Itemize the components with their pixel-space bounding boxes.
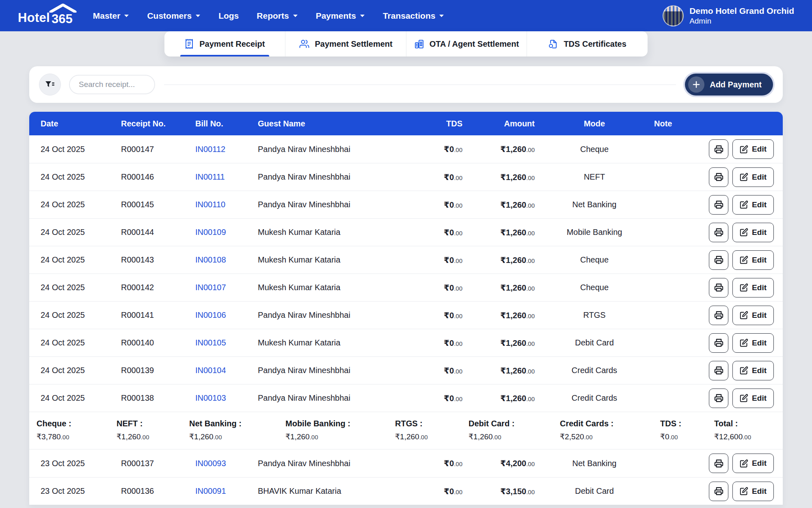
print-button[interactable] — [709, 139, 728, 159]
bill-no-link[interactable]: IN00093 — [195, 459, 226, 468]
summary-item: RTGS : ₹1,260.00 — [395, 419, 469, 441]
cell-mode: Debit Card — [536, 338, 653, 347]
cell-date: 24 Oct 2025 — [29, 310, 121, 320]
bill-no-link[interactable]: IN00091 — [195, 486, 226, 495]
cell-tds: ₹0.00 — [419, 338, 465, 348]
user-name: Demo Hotel Grand Orchid — [689, 6, 794, 16]
summary-value: ₹1,260.00 — [189, 432, 285, 441]
cell-amount: ₹4,200.00 — [465, 458, 536, 468]
summary-item: Total : ₹12,600.00 — [714, 419, 783, 441]
cell-amount: ₹1,260.00 — [465, 172, 536, 182]
summary-label: Total : — [714, 419, 783, 428]
bill-no-link[interactable]: IN00111 — [195, 172, 225, 181]
bill-no-link[interactable]: IN00106 — [195, 310, 226, 319]
summary-label: Net Banking : — [189, 419, 285, 428]
cell-guest-name: Pandya Nirav Mineshbhai — [258, 459, 419, 468]
nav-item-master[interactable]: Master — [93, 11, 130, 21]
cell-mode: Cheque — [536, 145, 653, 154]
cell-receipt-no: R000147 — [121, 145, 195, 154]
cell-receipt-no: R000138 — [121, 393, 195, 403]
cell-amount: ₹1,260.00 — [465, 283, 536, 293]
printer-icon — [714, 486, 723, 496]
bill-no-link[interactable]: IN00103 — [195, 393, 226, 402]
print-button[interactable] — [709, 278, 728, 297]
bill-no-link[interactable]: IN00104 — [195, 366, 226, 375]
cell-guest-name: Mukesh Kumar Kataria — [258, 338, 419, 347]
printer-icon — [714, 393, 723, 403]
print-button[interactable] — [709, 223, 728, 242]
cell-guest-name: Mukesh Kumar Kataria — [258, 228, 419, 237]
print-button[interactable] — [709, 482, 728, 501]
summary-value: ₹0.00 — [660, 432, 714, 441]
user-role: Admin — [689, 16, 794, 26]
table-row: 24 Oct 2025 R000138 IN00103 Pandya Nirav… — [29, 384, 783, 412]
edit-button[interactable]: Edit — [732, 278, 774, 297]
brand-logo[interactable]: Hotel 365 — [18, 6, 73, 25]
nav-item-reports[interactable]: Reports — [257, 11, 298, 21]
cell-receipt-no: R000141 — [121, 310, 195, 320]
col-header-receipt: Receipt No. — [121, 119, 195, 128]
tab-payment-settlement[interactable]: Payment Settlement — [285, 31, 406, 56]
nav-item-transactions[interactable]: Transactions — [383, 11, 445, 21]
cell-date: 24 Oct 2025 — [29, 145, 121, 154]
summary-label: Credit Cards : — [560, 419, 660, 428]
active-tab-underline — [180, 55, 270, 56]
print-button[interactable] — [709, 333, 728, 353]
table-row: 23 Oct 2025 R000137 IN00093 Pandya Nirav… — [29, 449, 783, 477]
print-button[interactable] — [709, 306, 728, 325]
summary-label: Mobile Banking : — [285, 419, 395, 428]
summary-item: TDS : ₹0.00 — [660, 419, 714, 441]
cell-date: 24 Oct 2025 — [29, 366, 121, 375]
cell-date: 24 Oct 2025 — [29, 338, 121, 347]
filter-button[interactable] — [39, 74, 61, 96]
search-input[interactable] — [69, 75, 155, 94]
certificate-icon — [548, 39, 558, 49]
bill-no-link[interactable]: IN00110 — [195, 200, 225, 209]
bill-no-link[interactable]: IN00109 — [195, 228, 226, 237]
cell-guest-name: Pandya Nirav Mineshbhai — [258, 172, 419, 182]
col-header-mode: Mode — [536, 119, 653, 128]
edit-button[interactable]: Edit — [732, 306, 774, 325]
edit-button[interactable]: Edit — [732, 454, 774, 473]
edit-button[interactable]: Edit — [732, 223, 774, 242]
nav-item-payments[interactable]: Payments — [316, 11, 365, 21]
edit-button[interactable]: Edit — [732, 482, 774, 501]
cell-date: 24 Oct 2025 — [29, 228, 121, 237]
print-button[interactable] — [709, 250, 728, 270]
bill-no-link[interactable]: IN00108 — [195, 255, 226, 264]
summary-item: Debit Card : ₹1,260.00 — [469, 419, 560, 441]
tab-payment-receipt[interactable]: Payment Receipt — [164, 31, 285, 56]
add-payment-button[interactable]: Add Payment — [685, 74, 773, 96]
tab-ota-agent-settlement[interactable]: OTA / Agent Settlement — [406, 31, 527, 56]
edit-button[interactable]: Edit — [732, 250, 774, 270]
edit-button[interactable]: Edit — [732, 389, 774, 408]
cell-tds: ₹0.00 — [419, 283, 465, 293]
print-button[interactable] — [709, 195, 728, 215]
tab-tds-certificates[interactable]: TDS Certificates — [527, 31, 648, 56]
edit-button[interactable]: Edit — [732, 167, 774, 187]
bill-no-link[interactable]: IN00107 — [195, 283, 226, 292]
nav-item-logs[interactable]: Logs — [218, 11, 239, 21]
cell-tds: ₹0.00 — [419, 255, 465, 265]
cell-tds: ₹0.00 — [419, 228, 465, 237]
cell-mode: Cheque — [536, 255, 653, 265]
print-button[interactable] — [709, 167, 728, 187]
bill-no-link[interactable]: IN00105 — [195, 338, 226, 347]
user-menu[interactable]: Demo Hotel Grand Orchid Admin — [663, 5, 794, 26]
edit-button[interactable]: Edit — [732, 333, 774, 353]
bill-no-link[interactable]: IN00112 — [195, 145, 225, 154]
printer-icon — [714, 310, 723, 320]
edit-button[interactable]: Edit — [732, 195, 774, 215]
edit-button[interactable]: Edit — [732, 139, 774, 159]
edit-button[interactable]: Edit — [732, 361, 774, 380]
chevron-down-icon — [439, 14, 444, 17]
cell-mode: Cheque — [536, 283, 653, 292]
cell-tds: ₹0.00 — [419, 310, 465, 320]
nav-item-customers[interactable]: Customers — [147, 11, 201, 21]
col-header-amount: Amount — [465, 119, 536, 128]
cell-tds: ₹0.00 — [419, 144, 465, 154]
cell-mode: NEFT — [536, 172, 653, 182]
print-button[interactable] — [709, 361, 728, 380]
print-button[interactable] — [709, 454, 728, 473]
print-button[interactable] — [709, 389, 728, 408]
